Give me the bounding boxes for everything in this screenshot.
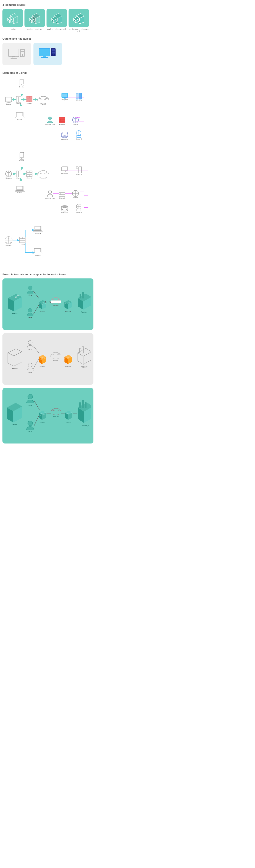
svg-text:User: User [29,371,32,373]
svg-text:Computer: Computer [61,99,68,100]
svg-rect-31 [43,56,46,57]
svg-text:Database: Database [61,138,68,140]
svg-line-217 [33,304,39,314]
svg-rect-77 [76,95,78,97]
svg-point-68 [40,96,46,100]
scale-box-2-svg: Office User User [6,337,92,381]
iso-computer-icon-4 [72,11,86,25]
svg-point-40 [22,84,22,85]
svg-rect-48 [16,96,19,102]
svg-text:Internet: Internet [53,415,59,417]
svg-line-257 [33,359,39,369]
svg-text:Factory: Factory [81,311,87,313]
svg-text:Network: Network [5,245,12,246]
svg-text:Intranet: Intranet [73,197,78,198]
svg-rect-147 [62,167,67,170]
svg-point-290 [28,421,33,426]
svg-rect-39 [20,80,24,84]
svg-text:Network: Network [5,177,12,179]
svg-text:Server 1: Server 1 [76,100,82,102]
svg-text:Proxy: Proxy [16,177,21,179]
svg-rect-127 [16,186,23,190]
scale-box-3-svg: Office User User [6,391,92,440]
svg-marker-248 [8,349,22,356]
svg-rect-49 [19,96,21,102]
svg-rect-30 [39,49,50,56]
iso-box-shadows [25,9,45,27]
svg-rect-34 [51,49,55,52]
svg-rect-101 [77,135,81,137]
svg-rect-144 [38,174,49,177]
svg-point-254 [28,363,32,367]
svg-point-252 [28,341,32,345]
svg-text:Database: Database [61,212,68,214]
svg-point-115 [22,158,22,159]
scale-section-title: Possible to scale and change color in ve… [2,273,94,276]
svg-text:Office: Office [12,424,17,426]
svg-rect-317 [79,402,81,408]
svg-text:Firewall: Firewall [59,197,65,199]
svg-point-37 [53,55,53,55]
svg-rect-32 [41,57,48,58]
svg-rect-72 [62,94,67,97]
svg-rect-113 [20,152,24,159]
svg-text:Device: Device [6,103,11,105]
svg-point-212 [28,286,32,290]
svg-rect-233 [50,301,61,303]
svg-rect-305 [51,411,61,414]
svg-text:Internet: Internet [53,360,59,361]
svg-rect-52 [16,112,23,117]
svg-line-256 [33,346,39,353]
svg-marker-2 [14,16,18,24]
svg-text:Intranet: Intranet [73,123,78,125]
svg-marker-278 [78,348,92,356]
svg-line-293 [34,415,39,426]
svg-text:Device 2: Device 2 [34,255,41,256]
svg-rect-133 [27,173,32,175]
svg-rect-200 [34,226,41,230]
svg-text:Firewall: Firewall [40,311,45,313]
flat-section-title: Outline and flat styles: [2,37,94,40]
diagram-1: Device Device Proxy [2,77,94,146]
svg-text:Firewall: Firewall [20,243,25,245]
svg-text:Computer: Computer [61,172,68,174]
svg-text:Server 1: Server 1 [76,174,82,175]
svg-point-29 [22,55,23,56]
svg-marker-280 [83,352,92,365]
svg-rect-124 [19,171,21,177]
svg-rect-201 [35,226,41,229]
svg-rect-194 [20,241,25,243]
svg-marker-4 [7,19,10,23]
svg-line-216 [33,291,39,299]
svg-rect-53 [17,113,23,116]
svg-text:Factory: Factory [81,366,87,368]
flat-card-blue [33,43,62,65]
svg-rect-73 [64,98,66,98]
svg-rect-25 [12,57,15,58]
svg-text:User: User [29,349,32,351]
svg-rect-24 [8,49,19,57]
svg-text:Firewall: Firewall [40,422,45,424]
svg-text:User: User [29,317,32,318]
diagram-1-svg: Device Device Proxy [2,77,94,146]
iso-card-bold: Outline Bold + shadows + fill [69,9,89,32]
svg-rect-269 [50,355,61,358]
flat-card-gray [2,43,31,65]
scale-box-2: Office User User [2,333,94,385]
svg-rect-28 [21,50,24,52]
svg-rect-318 [82,400,84,408]
svg-point-154 [48,190,51,193]
svg-text:Internet: Internet [53,305,59,307]
iso-section-title: 4 Isometric styles: [2,3,94,6]
iso-box-bold [69,9,89,27]
svg-marker-0 [11,13,18,18]
diagram-3: Network Firewall [2,224,94,269]
svg-rect-246 [82,292,84,299]
svg-text:User: User [29,294,32,296]
svg-text:Device: Device [20,86,25,88]
svg-text:External user: External user [45,197,55,199]
svg-marker-279 [78,353,83,365]
svg-text:Firewall: Firewall [65,311,71,313]
svg-text:Internet: Internet [40,178,46,180]
flat-computer-gray [6,46,27,62]
